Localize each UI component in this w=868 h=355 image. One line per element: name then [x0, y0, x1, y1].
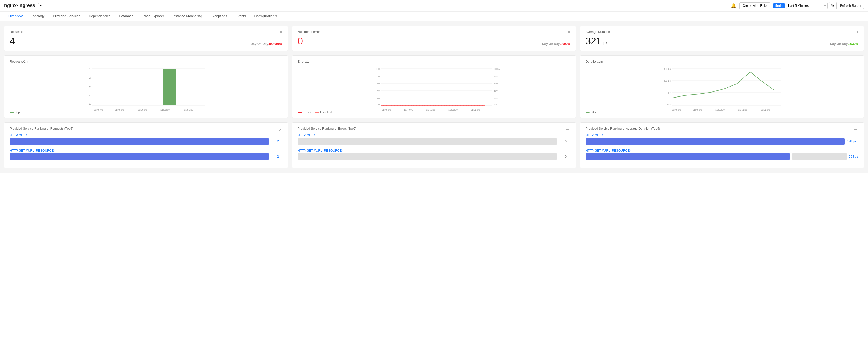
- stat-card-errors: Number of errors 👁 0 Day On Day0.000%: [292, 26, 576, 51]
- legend-dot-http-duration: [586, 112, 590, 113]
- ranking-item-duration-1: HTTP GET /{URL_RESOURCE} 264 μs: [586, 149, 858, 160]
- eye-icon-ranking-errors[interactable]: 👁: [566, 128, 570, 133]
- svg-text:40%: 40%: [494, 90, 498, 92]
- eye-icon-errors[interactable]: 👁: [566, 30, 570, 35]
- chart-requests-1m: Requests/1m 👁 4 3 2 1 0: [4, 56, 288, 118]
- tab-overview[interactable]: Overview: [4, 11, 27, 21]
- eye-icon-requests[interactable]: 👁: [278, 30, 282, 35]
- svg-text:11:52:00: 11:52:00: [184, 108, 193, 111]
- chart-area-duration-1m: 300 μs 200 μs 100 μs 0 s 11:48:00 11:49:…: [586, 67, 858, 108]
- tab-exceptions[interactable]: Exceptions: [206, 11, 231, 21]
- svg-text:80%: 80%: [494, 75, 498, 78]
- nav-tabs: Overview Topology Provided Services Depe…: [0, 11, 868, 22]
- legend-label-errors: Errors: [303, 111, 311, 114]
- svg-text:1: 1: [89, 95, 91, 98]
- time-select[interactable]: Last 5 Minutes Last 15 Minutes Last 30 M…: [786, 3, 828, 9]
- svg-text:4: 4: [89, 67, 91, 70]
- stat-value-errors: 0: [298, 36, 570, 47]
- tab-topology[interactable]: Topology: [27, 11, 49, 21]
- header: nginx-ingress ▾ 🔔 Create Alert Rule 5min…: [0, 0, 868, 11]
- tab-database[interactable]: Database: [115, 11, 138, 21]
- svg-text:200 μs: 200 μs: [663, 79, 671, 82]
- ranking-count-errors-0: 0: [559, 140, 567, 143]
- ranking-bar-errors-1: [298, 153, 557, 160]
- tab-trace-explorer[interactable]: Trace Explorer: [138, 11, 168, 21]
- create-alert-button[interactable]: Create Alert Rule: [740, 2, 770, 9]
- ranking-count-0: 2: [271, 140, 279, 143]
- legend-item-http: http: [10, 111, 20, 114]
- tab-provided-services[interactable]: Provided Services: [49, 11, 85, 21]
- stat-card-requests: Requests 👁 4 Day On Day400.000%: [4, 26, 288, 51]
- bar-11-51: [163, 69, 177, 105]
- ranking-title-requests: Provided Service Ranking of Requests (To…: [10, 127, 73, 131]
- svg-text:11:49:00: 11:49:00: [404, 108, 413, 111]
- ranking-item-errors-0: HTTP GET / 0: [298, 134, 570, 145]
- tab-dependencies[interactable]: Dependencies: [85, 11, 115, 21]
- ranking-count-1: 2: [271, 155, 279, 158]
- svg-text:11:50:00: 11:50:00: [715, 108, 724, 111]
- refresh-button[interactable]: ↻: [829, 2, 837, 9]
- svg-text:11:51:00: 11:51:00: [448, 108, 458, 111]
- ranking-card-requests: Provided Service Ranking of Requests (To…: [4, 122, 288, 168]
- svg-text:2: 2: [89, 86, 91, 88]
- chart-title-duration-1m: Duration/1m: [586, 60, 858, 64]
- svg-text:11:48:00: 11:48:00: [672, 108, 681, 111]
- legend-item-error-rate: Error Rate: [315, 111, 334, 114]
- ranking-count-errors-1: 0: [559, 155, 567, 158]
- eye-icon-ranking-duration[interactable]: 👁: [854, 128, 858, 133]
- main-content: Requests 👁 4 Day On Day400.000% Number o…: [0, 22, 868, 173]
- ranking-link-duration-0[interactable]: HTTP GET /: [586, 134, 858, 137]
- svg-text:11:48:00: 11:48:00: [94, 108, 103, 111]
- eye-icon-avg-duration[interactable]: 👁: [854, 30, 858, 35]
- ranking-bar-wrap-duration-1: 264 μs: [586, 153, 858, 160]
- ranking-title-duration: Provided Service Ranking of Average Dura…: [586, 127, 660, 131]
- ranking-card-duration: Provided Service Ranking of Average Dura…: [580, 122, 864, 168]
- bell-icon[interactable]: 🔔: [731, 3, 736, 9]
- ranking-link-0[interactable]: HTTP GET /: [10, 134, 282, 137]
- ranking-link-duration-1[interactable]: HTTP GET /{URL_RESOURCE}: [586, 149, 858, 152]
- stat-label-requests: Requests: [10, 30, 282, 34]
- svg-text:60%: 60%: [494, 82, 498, 85]
- legend-dot-error-rate: [315, 112, 319, 113]
- ranking-bar-duration-1-gray: [792, 153, 846, 160]
- app-title: nginx-ingress: [4, 3, 35, 8]
- chart-area-requests-1m: 4 3 2 1 0 11:48:00 11:49:00 11:: [10, 67, 282, 108]
- chart-title-requests-1m: Requests/1m: [10, 60, 282, 64]
- errors-chart-svg: 100 80 60 40 20 0 100% 80% 60% 40% 20% 0…: [298, 67, 570, 107]
- title-dropdown-button[interactable]: ▾: [38, 3, 43, 8]
- tab-events[interactable]: Events: [231, 11, 250, 21]
- chart-errors-1m: Errors/1m 👁 100 80 60 40 20 0 100% 80% 6…: [292, 56, 576, 118]
- legend-label-http-duration: http: [591, 111, 595, 114]
- ranking-link-1[interactable]: HTTP GET /{URL_RESOURCE}: [10, 149, 282, 152]
- svg-text:11:52:00: 11:52:00: [471, 108, 480, 111]
- svg-text:100: 100: [376, 68, 379, 70]
- svg-text:0: 0: [89, 103, 91, 106]
- tab-instance-monitoring[interactable]: Instance Monitoring: [168, 11, 206, 21]
- tab-configuration[interactable]: Configuration ▾: [250, 11, 281, 21]
- ranking-title-errors: Provided Service Ranking of Errors (Top5…: [298, 127, 356, 131]
- ranking-link-errors-0[interactable]: HTTP GET /: [298, 134, 570, 137]
- svg-text:11:49:00: 11:49:00: [115, 108, 124, 111]
- eye-icon-duration-1m[interactable]: 👁: [859, 4, 863, 9]
- ranking-link-errors-1[interactable]: HTTP GET /{URL_RESOURCE}: [298, 149, 570, 152]
- svg-text:11:51:00: 11:51:00: [160, 108, 169, 111]
- ranking-count-duration-0: 378 μs: [847, 140, 856, 143]
- charts-row: Requests/1m 👁 4 3 2 1 0: [4, 56, 864, 118]
- ranking-bar-wrap-errors-0: 0: [298, 138, 570, 145]
- stat-label-avg-duration: Average Duration: [586, 30, 858, 34]
- stats-row: Requests 👁 4 Day On Day400.000% Number o…: [4, 26, 864, 51]
- ranking-bar-wrap-duration-0: 378 μs: [586, 138, 858, 145]
- ranking-bar-0: [10, 138, 269, 145]
- time-select-wrap: Last 5 Minutes Last 15 Minutes Last 30 M…: [786, 3, 828, 9]
- svg-text:11:51:00: 11:51:00: [738, 108, 747, 111]
- duration-chart-svg: 300 μs 200 μs 100 μs 0 s 11:48:00 11:49:…: [586, 67, 858, 107]
- svg-text:0: 0: [378, 103, 379, 106]
- stat-dod-errors: Day On Day0.000%: [542, 42, 570, 46]
- eye-icon-ranking-requests[interactable]: 👁: [278, 128, 282, 133]
- ranking-bar-wrap-1: 2: [10, 153, 282, 160]
- legend-label-http: http: [15, 111, 20, 114]
- svg-text:80: 80: [377, 75, 379, 78]
- svg-text:0 s: 0 s: [668, 103, 671, 106]
- chart-duration-1m: Duration/1m 👁 300 μs 200 μs 100 μs 0 s: [580, 56, 864, 118]
- stat-value-requests: 4: [10, 36, 282, 47]
